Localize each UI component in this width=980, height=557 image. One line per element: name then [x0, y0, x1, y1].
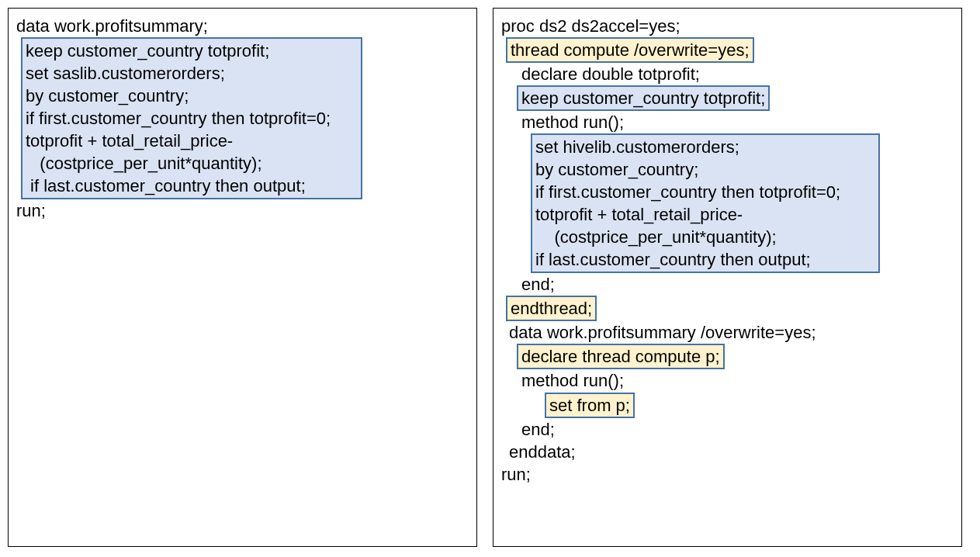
code-row: thread compute /overwrite=yes;: [506, 37, 954, 63]
code-line: run;: [16, 199, 469, 222]
code-line: by customer_country;: [26, 85, 358, 107]
code-line: run;: [501, 463, 954, 486]
highlight-blue-block: keep customer_country totprofit; set sas…: [21, 37, 362, 199]
code-line: method run();: [501, 369, 954, 392]
code-line: set hivelib.customerorders;: [535, 136, 875, 158]
code-line: method run();: [501, 111, 954, 133]
code-line: if first.customer_country then totprofit…: [26, 107, 358, 130]
highlight-gold: thread compute /overwrite=yes;: [506, 37, 754, 63]
code-line: totprofit + total_retail_price-: [535, 203, 875, 226]
right-code-panel: proc ds2 ds2accel=yes; thread compute /o…: [493, 8, 962, 547]
code-line: set saslib.customerorders;: [26, 62, 358, 85]
highlight-gold: declare thread compute p;: [517, 344, 725, 369]
code-line: declare double totprofit;: [501, 63, 954, 85]
code-line: data work.profitsummary;: [16, 15, 469, 37]
code-row: declare thread compute p;: [517, 344, 954, 369]
code-line: (costprice_per_unit*quantity);: [26, 152, 358, 175]
highlight-gold: set from p;: [545, 393, 635, 418]
code-line: by customer_country;: [535, 158, 875, 181]
code-line: data work.profitsummary /overwrite=yes;: [501, 321, 954, 344]
highlight-gold: endthread;: [506, 296, 597, 321]
code-line: enddata;: [501, 441, 954, 463]
code-line: end;: [501, 273, 954, 296]
code-row: endthread;: [506, 296, 954, 321]
code-line: totprofit + total_retail_price-: [26, 130, 358, 152]
highlight-blue-block: set hivelib.customerorders; by customer_…: [531, 133, 880, 273]
code-row: keep customer_country totprofit;: [517, 85, 954, 111]
code-line: end;: [501, 418, 954, 441]
code-line: if first.customer_country then totprofit…: [535, 181, 875, 203]
code-line: proc ds2 ds2accel=yes;: [501, 15, 954, 37]
code-line: if last.customer_country then output;: [535, 248, 875, 271]
code-line: if last.customer_country then output;: [26, 175, 358, 197]
code-row: set from p;: [545, 393, 954, 418]
code-line: keep customer_country totprofit;: [26, 40, 358, 62]
code-line: (costprice_per_unit*quantity);: [535, 226, 875, 248]
highlight-blue: keep customer_country totprofit;: [517, 85, 770, 111]
left-code-panel: data work.profitsummary; keep customer_c…: [8, 8, 477, 547]
